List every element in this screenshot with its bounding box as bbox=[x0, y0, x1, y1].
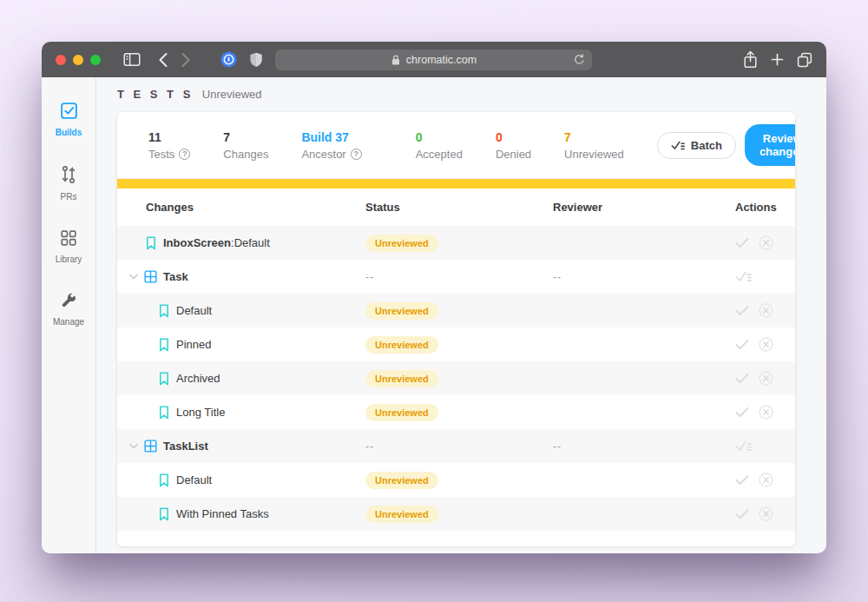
accept-button[interactable] bbox=[735, 339, 749, 350]
traffic-lights bbox=[56, 55, 101, 65]
page-subtitle: Unreviewed bbox=[202, 88, 262, 101]
status-badge: Unreviewed bbox=[365, 370, 438, 387]
shield-extension-icon[interactable] bbox=[249, 52, 263, 68]
row-tasklist-with-pinned-tasks[interactable]: With Pinned Tasks Unreviewed bbox=[117, 497, 795, 531]
table-header: Changes Status Reviewer Actions bbox=[117, 189, 795, 226]
sidebar-item-prs[interactable]: PRs bbox=[60, 165, 77, 202]
accept-button[interactable] bbox=[735, 305, 749, 316]
accept-button[interactable] bbox=[735, 474, 749, 486]
page-title: T E S T S bbox=[117, 88, 194, 101]
chevron-down-icon bbox=[129, 273, 138, 281]
story-bookmark-icon bbox=[159, 507, 169, 521]
tab-overview-icon[interactable] bbox=[797, 52, 812, 68]
check-icon bbox=[735, 305, 749, 316]
deny-button[interactable] bbox=[759, 235, 773, 250]
lock-icon bbox=[391, 54, 401, 66]
row-task-default[interactable]: Default Unreviewed bbox=[117, 294, 795, 327]
accept-button[interactable] bbox=[735, 237, 749, 248]
circle-x-icon bbox=[759, 235, 773, 250]
story-bookmark-icon bbox=[159, 338, 169, 352]
deny-button[interactable] bbox=[759, 303, 773, 318]
help-icon[interactable]: ? bbox=[179, 149, 190, 160]
batch-button[interactable]: Batch bbox=[657, 132, 736, 159]
stat-unreviewed: 7 Unreviewed bbox=[564, 130, 624, 161]
row-task-long-title[interactable]: Long Title Unreviewed bbox=[117, 395, 795, 429]
build-stats-bar: 11 Tests? 7 Changes Build 37 Ancestor? 0 bbox=[117, 112, 795, 179]
check-icon bbox=[735, 508, 749, 519]
stat-changes: 7 Changes bbox=[223, 130, 268, 161]
prs-icon bbox=[60, 165, 77, 184]
page-header: T E S T S Unreviewed bbox=[117, 88, 795, 101]
column-changes: Changes bbox=[117, 201, 365, 214]
circle-x-icon bbox=[759, 371, 773, 386]
close-button[interactable] bbox=[56, 55, 66, 65]
batch-accept-button[interactable] bbox=[735, 440, 752, 453]
sidebar-item-manage[interactable]: Manage bbox=[53, 292, 84, 327]
forward-button[interactable] bbox=[181, 52, 191, 68]
check-icon bbox=[735, 373, 749, 384]
sidebar-item-library[interactable]: Library bbox=[56, 229, 82, 264]
refresh-icon[interactable] bbox=[573, 53, 585, 66]
deny-button[interactable] bbox=[759, 337, 773, 352]
row-group-tasklist[interactable]: TaskList -- -- bbox=[117, 429, 795, 463]
circle-x-icon bbox=[759, 337, 773, 352]
browser-window: chromatic.com bbox=[42, 42, 826, 553]
story-bookmark-icon bbox=[159, 473, 169, 487]
app-sidebar: Builds PRs Library bbox=[42, 77, 96, 553]
check-icon bbox=[735, 237, 749, 248]
component-icon bbox=[144, 270, 157, 283]
sidebar-toggle-icon[interactable] bbox=[123, 52, 141, 67]
deny-button[interactable] bbox=[759, 405, 773, 420]
share-icon[interactable] bbox=[743, 50, 758, 69]
onepassword-extension-icon[interactable] bbox=[220, 51, 237, 68]
row-task-archived[interactable]: Archived Unreviewed bbox=[117, 361, 795, 395]
check-icon bbox=[735, 407, 749, 418]
deny-button[interactable] bbox=[759, 473, 773, 487]
review-changes-button[interactable]: Review changes bbox=[745, 124, 795, 166]
stat-accepted: 0 Accepted bbox=[416, 130, 463, 161]
browser-toolbar: chromatic.com bbox=[42, 42, 826, 77]
zoom-button[interactable] bbox=[90, 55, 101, 65]
minimize-button[interactable] bbox=[73, 55, 83, 65]
status-badge: Unreviewed bbox=[365, 404, 438, 421]
address-bar[interactable]: chromatic.com bbox=[275, 50, 592, 70]
status-badge: Unreviewed bbox=[365, 302, 438, 320]
back-button[interactable] bbox=[158, 52, 168, 68]
deny-button[interactable] bbox=[759, 506, 773, 521]
status-badge: Unreviewed bbox=[365, 235, 438, 252]
column-status: Status bbox=[365, 201, 553, 214]
stat-build-ancestor: Build 37 Ancestor? bbox=[301, 130, 361, 161]
circle-x-icon bbox=[759, 303, 773, 318]
story-bookmark-icon bbox=[146, 236, 156, 250]
row-tasklist-default[interactable]: Default Unreviewed bbox=[117, 463, 795, 497]
deny-button[interactable] bbox=[759, 371, 773, 386]
batch-check-icon bbox=[735, 270, 752, 283]
row-group-task[interactable]: Task -- -- bbox=[117, 260, 795, 294]
batch-check-icon bbox=[735, 440, 752, 453]
row-inboxscreen-default[interactable]: InboxScreen:Default Unreviewed bbox=[117, 226, 795, 260]
sidebar-item-label: PRs bbox=[60, 192, 77, 202]
circle-x-icon bbox=[759, 405, 773, 420]
row-task-pinned[interactable]: Pinned Unreviewed bbox=[117, 327, 795, 361]
new-tab-icon[interactable] bbox=[771, 53, 784, 66]
main-content: T E S T S Unreviewed 11 Tests? 7 Changes… bbox=[96, 77, 826, 553]
unreviewed-progress-bar bbox=[117, 179, 795, 189]
status-badge: Unreviewed bbox=[365, 472, 438, 489]
check-icon bbox=[735, 339, 749, 350]
sidebar-item-label: Builds bbox=[56, 128, 82, 137]
sidebar-item-label: Library bbox=[56, 255, 82, 264]
column-actions: Actions bbox=[735, 201, 777, 214]
accept-button[interactable] bbox=[735, 508, 749, 519]
stat-denied: 0 Denied bbox=[496, 130, 531, 161]
help-icon[interactable]: ? bbox=[351, 149, 362, 160]
batch-check-icon bbox=[671, 140, 685, 151]
accept-button[interactable] bbox=[735, 373, 749, 384]
check-icon bbox=[735, 474, 749, 486]
story-bookmark-icon bbox=[159, 304, 169, 318]
batch-accept-button[interactable] bbox=[735, 270, 752, 283]
sidebar-item-builds[interactable]: Builds bbox=[56, 102, 82, 137]
manage-wrench-icon bbox=[60, 292, 77, 309]
build-link[interactable]: Build 37 bbox=[301, 130, 361, 145]
accept-button[interactable] bbox=[735, 407, 749, 418]
url-text: chromatic.com bbox=[406, 54, 477, 66]
